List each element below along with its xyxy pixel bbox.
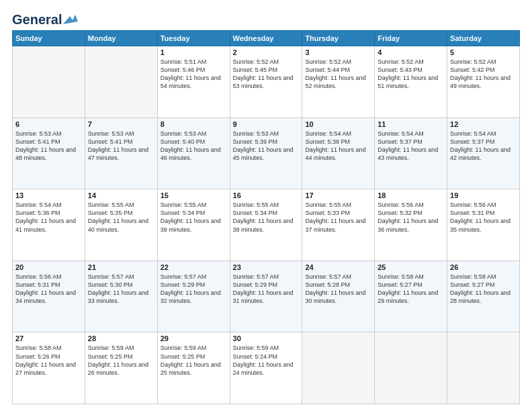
cell-info: Sunrise: 5:57 AM Sunset: 5:28 PM Dayligh… bbox=[305, 273, 371, 306]
calendar-week-4: 20Sunrise: 5:56 AM Sunset: 5:31 PM Dayli… bbox=[13, 261, 520, 332]
cell-info: Sunrise: 5:58 AM Sunset: 5:27 PM Dayligh… bbox=[378, 273, 444, 306]
cell-info: Sunrise: 5:59 AM Sunset: 5:25 PM Dayligh… bbox=[161, 344, 227, 377]
day-number: 12 bbox=[450, 120, 517, 128]
day-number: 20 bbox=[15, 263, 82, 271]
calendar-cell: 30Sunrise: 5:59 AM Sunset: 5:24 PM Dayli… bbox=[230, 332, 302, 404]
weekday-header-row: SundayMondayTuesdayWednesdayThursdayFrid… bbox=[13, 31, 520, 46]
calendar-week-1: 1Sunrise: 5:51 AM Sunset: 5:46 PM Daylig… bbox=[13, 46, 520, 118]
cell-info: Sunrise: 5:55 AM Sunset: 5:34 PM Dayligh… bbox=[233, 201, 300, 234]
cell-info: Sunrise: 5:55 AM Sunset: 5:34 PM Dayligh… bbox=[161, 201, 227, 234]
calendar-cell: 26Sunrise: 5:58 AM Sunset: 5:27 PM Dayli… bbox=[447, 261, 520, 332]
calendar-week-3: 13Sunrise: 5:54 AM Sunset: 5:36 PM Dayli… bbox=[13, 189, 520, 261]
calendar-cell: 14Sunrise: 5:55 AM Sunset: 5:35 PM Dayli… bbox=[85, 189, 157, 261]
cell-info: Sunrise: 5:53 AM Sunset: 5:41 PM Dayligh… bbox=[88, 130, 154, 163]
cell-info: Sunrise: 5:56 AM Sunset: 5:32 PM Dayligh… bbox=[378, 201, 444, 234]
calendar-cell: 11Sunrise: 5:54 AM Sunset: 5:37 PM Dayli… bbox=[375, 118, 447, 189]
calendar-cell: 9Sunrise: 5:53 AM Sunset: 5:39 PM Daylig… bbox=[230, 118, 302, 189]
day-number: 13 bbox=[15, 191, 82, 199]
page: General SundayMondayTuesdayWednesdayThur… bbox=[0, 0, 532, 411]
day-number: 26 bbox=[450, 263, 517, 271]
calendar-cell: 25Sunrise: 5:58 AM Sunset: 5:27 PM Dayli… bbox=[375, 261, 447, 332]
calendar-cell: 4Sunrise: 5:52 AM Sunset: 5:43 PM Daylig… bbox=[375, 46, 447, 118]
cell-info: Sunrise: 5:54 AM Sunset: 5:37 PM Dayligh… bbox=[450, 130, 517, 163]
weekday-header-friday: Friday bbox=[375, 31, 447, 46]
day-number: 30 bbox=[233, 334, 300, 342]
calendar-cell: 19Sunrise: 5:56 AM Sunset: 5:31 PM Dayli… bbox=[447, 189, 520, 261]
cell-info: Sunrise: 5:56 AM Sunset: 5:31 PM Dayligh… bbox=[450, 201, 517, 234]
calendar-cell: 6Sunrise: 5:53 AM Sunset: 5:41 PM Daylig… bbox=[13, 118, 85, 189]
day-number: 8 bbox=[161, 120, 227, 128]
day-number: 3 bbox=[305, 48, 371, 56]
calendar-week-2: 6Sunrise: 5:53 AM Sunset: 5:41 PM Daylig… bbox=[13, 118, 520, 189]
cell-info: Sunrise: 5:54 AM Sunset: 5:38 PM Dayligh… bbox=[305, 130, 371, 163]
day-number: 6 bbox=[15, 120, 82, 128]
calendar-cell: 15Sunrise: 5:55 AM Sunset: 5:34 PM Dayli… bbox=[157, 189, 230, 261]
cell-info: Sunrise: 5:54 AM Sunset: 5:36 PM Dayligh… bbox=[15, 201, 82, 234]
cell-info: Sunrise: 5:52 AM Sunset: 5:44 PM Dayligh… bbox=[305, 58, 371, 91]
svg-marker-0 bbox=[63, 15, 78, 24]
day-number: 23 bbox=[233, 263, 300, 271]
cell-info: Sunrise: 5:53 AM Sunset: 5:40 PM Dayligh… bbox=[161, 130, 227, 163]
logo-line1: General bbox=[12, 12, 78, 28]
calendar-cell bbox=[85, 46, 157, 118]
day-number: 11 bbox=[378, 120, 444, 128]
calendar-cell: 29Sunrise: 5:59 AM Sunset: 5:25 PM Dayli… bbox=[157, 332, 230, 404]
day-number: 7 bbox=[88, 120, 154, 128]
day-number: 27 bbox=[15, 334, 82, 342]
calendar-cell: 28Sunrise: 5:59 AM Sunset: 5:25 PM Dayli… bbox=[85, 332, 157, 404]
calendar-cell: 12Sunrise: 5:54 AM Sunset: 5:37 PM Dayli… bbox=[447, 118, 520, 189]
day-number: 9 bbox=[233, 120, 300, 128]
weekday-header-tuesday: Tuesday bbox=[157, 31, 230, 46]
calendar-cell: 2Sunrise: 5:52 AM Sunset: 5:45 PM Daylig… bbox=[230, 46, 302, 118]
cell-info: Sunrise: 5:57 AM Sunset: 5:30 PM Dayligh… bbox=[88, 273, 154, 306]
cell-info: Sunrise: 5:56 AM Sunset: 5:31 PM Dayligh… bbox=[15, 273, 82, 306]
cell-info: Sunrise: 5:52 AM Sunset: 5:42 PM Dayligh… bbox=[450, 58, 517, 91]
cell-info: Sunrise: 5:57 AM Sunset: 5:29 PM Dayligh… bbox=[233, 273, 300, 306]
day-number: 14 bbox=[88, 191, 154, 199]
day-number: 19 bbox=[450, 191, 517, 199]
calendar-cell bbox=[13, 46, 85, 118]
weekday-header-sunday: Sunday bbox=[13, 31, 85, 46]
calendar-cell: 8Sunrise: 5:53 AM Sunset: 5:40 PM Daylig… bbox=[157, 118, 230, 189]
weekday-header-saturday: Saturday bbox=[447, 31, 520, 46]
day-number: 18 bbox=[378, 191, 444, 199]
calendar-cell: 16Sunrise: 5:55 AM Sunset: 5:34 PM Dayli… bbox=[230, 189, 302, 261]
calendar-cell: 17Sunrise: 5:55 AM Sunset: 5:33 PM Dayli… bbox=[302, 189, 375, 261]
calendar-cell: 18Sunrise: 5:56 AM Sunset: 5:32 PM Dayli… bbox=[375, 189, 447, 261]
calendar-cell: 13Sunrise: 5:54 AM Sunset: 5:36 PM Dayli… bbox=[13, 189, 85, 261]
logo: General bbox=[12, 12, 78, 25]
cell-info: Sunrise: 5:54 AM Sunset: 5:37 PM Dayligh… bbox=[378, 130, 444, 163]
day-number: 22 bbox=[161, 263, 227, 271]
day-number: 16 bbox=[233, 191, 300, 199]
calendar-cell: 5Sunrise: 5:52 AM Sunset: 5:42 PM Daylig… bbox=[447, 46, 520, 118]
calendar-cell: 22Sunrise: 5:57 AM Sunset: 5:29 PM Dayli… bbox=[157, 261, 230, 332]
calendar-cell: 27Sunrise: 5:58 AM Sunset: 5:26 PM Dayli… bbox=[13, 332, 85, 404]
calendar-cell: 7Sunrise: 5:53 AM Sunset: 5:41 PM Daylig… bbox=[85, 118, 157, 189]
weekday-header-monday: Monday bbox=[85, 31, 157, 46]
weekday-header-thursday: Thursday bbox=[302, 31, 375, 46]
day-number: 4 bbox=[378, 48, 444, 56]
calendar-cell: 21Sunrise: 5:57 AM Sunset: 5:30 PM Dayli… bbox=[85, 261, 157, 332]
cell-info: Sunrise: 5:53 AM Sunset: 5:41 PM Dayligh… bbox=[15, 130, 82, 163]
cell-info: Sunrise: 5:58 AM Sunset: 5:26 PM Dayligh… bbox=[15, 344, 82, 377]
calendar-cell bbox=[302, 332, 375, 404]
cell-info: Sunrise: 5:52 AM Sunset: 5:45 PM Dayligh… bbox=[233, 58, 300, 91]
day-number: 2 bbox=[233, 48, 300, 56]
calendar-cell: 10Sunrise: 5:54 AM Sunset: 5:38 PM Dayli… bbox=[302, 118, 375, 189]
day-number: 21 bbox=[88, 263, 154, 271]
calendar-cell: 1Sunrise: 5:51 AM Sunset: 5:46 PM Daylig… bbox=[157, 46, 230, 118]
calendar-cell: 20Sunrise: 5:56 AM Sunset: 5:31 PM Dayli… bbox=[13, 261, 85, 332]
calendar-week-5: 27Sunrise: 5:58 AM Sunset: 5:26 PM Dayli… bbox=[13, 332, 520, 404]
day-number: 28 bbox=[88, 334, 154, 342]
day-number: 24 bbox=[305, 263, 371, 271]
weekday-header-wednesday: Wednesday bbox=[230, 31, 302, 46]
header: General bbox=[12, 12, 520, 25]
cell-info: Sunrise: 5:55 AM Sunset: 5:35 PM Dayligh… bbox=[88, 201, 154, 234]
calendar-cell bbox=[375, 332, 447, 404]
day-number: 29 bbox=[161, 334, 227, 342]
day-number: 15 bbox=[161, 191, 227, 199]
cell-info: Sunrise: 5:53 AM Sunset: 5:39 PM Dayligh… bbox=[233, 130, 300, 163]
cell-info: Sunrise: 5:59 AM Sunset: 5:24 PM Dayligh… bbox=[233, 344, 300, 377]
cell-info: Sunrise: 5:58 AM Sunset: 5:27 PM Dayligh… bbox=[450, 273, 517, 306]
logo-general: General bbox=[12, 12, 62, 28]
